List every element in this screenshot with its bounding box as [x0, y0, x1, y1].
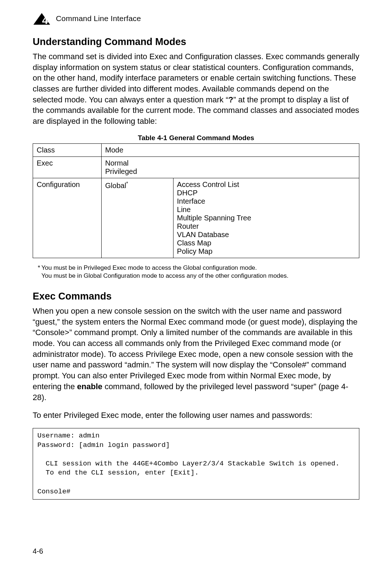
question-mark-bold: ?	[228, 95, 233, 104]
section-heading-understanding: Understanding Command Modes	[33, 36, 359, 48]
page-header: 4 Command Line Interface	[33, 11, 359, 26]
section-heading-exec: Exec Commands	[33, 291, 359, 302]
th-class: Class	[33, 143, 102, 156]
page-number: 4-6	[33, 547, 43, 555]
page: 4 Command Line Interface Understanding C…	[0, 0, 392, 570]
submode-item: Policy Map	[177, 247, 355, 256]
submode-item: Interface	[177, 197, 355, 205]
mode-privileged: Privileged	[105, 167, 355, 176]
section2-paragraph2: To enter Privileged Exec mode, enter the…	[33, 410, 359, 421]
footnote-1: * You must be in Privileged Exec mode to…	[38, 264, 359, 272]
console-output: Username: admin Password: [admin login p…	[33, 428, 359, 500]
cell-class-configuration: Configuration	[33, 178, 102, 258]
submode-item: Line	[177, 205, 355, 214]
chapter-number-icon: 4	[33, 11, 51, 26]
table-row: Exec Normal Privileged	[33, 156, 359, 178]
submode-item: VLAN Database	[177, 231, 355, 239]
command-modes-table: Class Mode Exec Normal Privileged Config…	[33, 143, 359, 258]
footnote-2: You must be in Global Configuration mode…	[38, 272, 359, 280]
footnote-mark: *	[38, 264, 41, 272]
mode-global-text: Global	[105, 181, 126, 189]
footnote-text: You must be in Privileged Exec mode to a…	[41, 264, 257, 272]
chapter-title: Command Line Interface	[56, 14, 141, 23]
cell-submodes: Access Control List DHCP Interface Line …	[173, 178, 359, 258]
table-footnotes: * You must be in Privileged Exec mode to…	[38, 264, 359, 280]
section2-paragraph1: When you open a new console session on t…	[33, 306, 359, 403]
footnote-text: You must be in Global Configuration mode…	[41, 272, 289, 280]
submode-item: DHCP	[177, 189, 355, 197]
enable-bold: enable	[77, 382, 102, 391]
footnote-mark-empty	[38, 272, 41, 280]
chapter-number: 4	[42, 14, 48, 26]
cell-class-exec: Exec	[33, 156, 102, 178]
section1-paragraph: The command set is divided into Exec and…	[33, 51, 359, 127]
submode-item: Multiple Spanning Tree	[177, 214, 355, 222]
section2-para1-pre: When you open a new console session on t…	[33, 306, 358, 391]
mode-normal: Normal	[105, 159, 355, 167]
table-header-row: Class Mode	[33, 143, 359, 156]
submode-item: Router	[177, 222, 355, 231]
cell-mode-exec: Normal Privileged	[101, 156, 359, 178]
table-caption: Table 4-1 General Command Modes	[33, 134, 359, 142]
submode-item: Access Control List	[177, 180, 355, 189]
submode-item: Class Map	[177, 239, 355, 247]
th-mode: Mode	[101, 143, 359, 156]
table-row: Configuration Global* Access Control Lis…	[33, 178, 359, 258]
mode-global-footnote-mark: *	[126, 180, 128, 186]
cell-mode-global: Global*	[101, 178, 173, 258]
